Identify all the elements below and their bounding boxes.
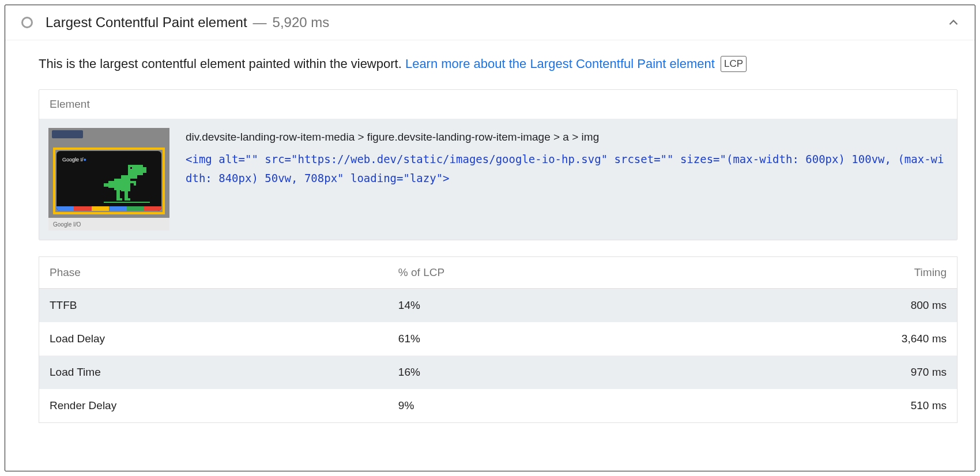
col-header-pct: % of LCP: [388, 257, 774, 289]
table-row: Load Time 16% 970 ms: [39, 356, 958, 389]
svg-rect-1: [143, 167, 146, 173]
svg-rect-14: [104, 202, 150, 203]
cell-timing: 510 ms: [774, 389, 958, 423]
audit-dash: —: [253, 14, 267, 31]
learn-more-link[interactable]: Learn more about the Largest Contentful …: [405, 56, 715, 71]
element-html: <img alt="" src="https://web.dev/static/…: [186, 150, 948, 187]
thumb-logo-text: Google I/●: [62, 157, 86, 163]
cell-phase: Load Delay: [39, 322, 388, 356]
audit-body: This is the largest contentful element p…: [5, 40, 975, 437]
svg-rect-2: [130, 167, 132, 169]
cell-timing: 3,640 ms: [774, 322, 958, 356]
svg-rect-5: [114, 179, 122, 190]
cell-timing: 970 ms: [774, 356, 958, 389]
element-thumbnail: Google I/●: [48, 128, 169, 231]
svg-rect-10: [116, 190, 120, 198]
table-row: TTFB 14% 800 ms: [39, 289, 958, 323]
cell-pct: 61%: [388, 322, 774, 356]
table-row: Render Delay 9% 510 ms: [39, 389, 958, 423]
audit-header[interactable]: Largest Contentful Paint element — 5,920…: [5, 5, 975, 40]
col-header-phase: Phase: [39, 257, 388, 289]
phase-table: Phase % of LCP Timing TTFB 14% 800 ms Lo…: [39, 256, 958, 423]
audit-title: Largest Contentful Paint element: [46, 14, 247, 31]
svg-rect-0: [128, 165, 143, 175]
cell-phase: TTFB: [39, 289, 388, 323]
svg-rect-4: [121, 175, 130, 191]
element-selector: div.devsite-landing-row-item-media > fig…: [186, 128, 948, 146]
audit-timing: 5,920 ms: [273, 14, 330, 31]
svg-rect-9: [134, 181, 136, 186]
description-text: This is the largest contentful element p…: [39, 56, 405, 71]
cell-phase: Render Delay: [39, 389, 388, 423]
lcp-audit-card: Largest Contentful Paint element — 5,920…: [5, 5, 975, 471]
cell-timing: 800 ms: [774, 289, 958, 323]
cell-pct: 9%: [388, 389, 774, 423]
thumb-caption: Google I/O: [48, 218, 169, 231]
chevron-up-icon[interactable]: [946, 15, 961, 30]
element-panel: Element Google I/●: [39, 89, 958, 240]
element-row: Google I/●: [39, 119, 957, 240]
status-circle-icon: [21, 17, 33, 28]
element-panel-header: Element: [39, 90, 957, 119]
audit-description: This is the largest contentful element p…: [39, 54, 958, 73]
svg-rect-7: [104, 183, 110, 187]
col-header-timing: Timing: [774, 257, 958, 289]
svg-rect-11: [116, 198, 122, 201]
svg-rect-13: [125, 198, 130, 201]
table-row: Load Delay 61% 3,640 ms: [39, 322, 958, 356]
cell-pct: 14%: [388, 289, 774, 323]
svg-rect-12: [125, 190, 128, 198]
dino-icon: [104, 164, 150, 204]
cell-phase: Load Time: [39, 356, 388, 389]
element-text: div.devsite-landing-row-item-media > fig…: [186, 128, 948, 231]
table-header-row: Phase % of LCP Timing: [39, 257, 958, 289]
lcp-badge: LCP: [721, 56, 747, 72]
cell-pct: 16%: [388, 356, 774, 389]
